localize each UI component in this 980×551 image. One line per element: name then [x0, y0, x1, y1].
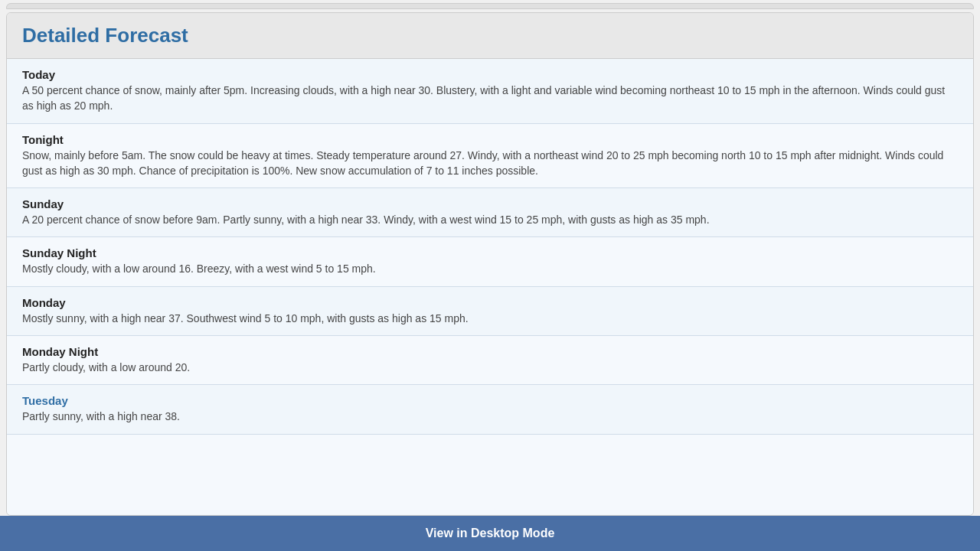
forecast-item: TuesdayPartly sunny, with a high near 38… [7, 385, 973, 434]
forecast-item: TonightSnow, mainly before 5am. The snow… [7, 124, 973, 189]
forecast-description: Snow, mainly before 5am. The snow could … [22, 148, 958, 179]
forecast-description: A 50 percent chance of snow, mainly afte… [22, 83, 958, 114]
bottom-bar: View in Desktop Mode [0, 516, 980, 551]
forecast-day-label: Sunday Night [22, 246, 958, 259]
forecast-description: Mostly cloudy, with a low around 16. Bre… [22, 261, 958, 276]
forecast-description: A 20 percent chance of snow before 9am. … [22, 212, 958, 227]
forecast-description: Mostly sunny, with a high near 37. South… [22, 311, 958, 326]
desktop-mode-button[interactable]: View in Desktop Mode [410, 520, 570, 546]
forecast-day-label: Tuesday [22, 394, 958, 407]
forecast-title: Detailed Forecast [22, 24, 188, 47]
forecast-item: TodayA 50 percent chance of snow, mainly… [7, 59, 973, 124]
forecast-day-label: Sunday [22, 197, 958, 210]
forecast-item: SundayA 20 percent chance of snow before… [7, 188, 973, 237]
top-divider [6, 3, 974, 9]
forecast-day-label: Monday [22, 296, 958, 309]
forecast-day-label: Today [22, 68, 958, 81]
forecast-header: Detailed Forecast [7, 13, 973, 59]
forecast-item: Monday NightPartly cloudy, with a low ar… [7, 336, 973, 385]
forecast-container: Detailed Forecast TodayA 50 percent chan… [6, 12, 974, 516]
forecast-day-label: Tonight [22, 133, 958, 146]
forecast-description: Partly cloudy, with a low around 20. [22, 360, 958, 375]
forecast-item: Sunday NightMostly cloudy, with a low ar… [7, 237, 973, 286]
forecast-list: TodayA 50 percent chance of snow, mainly… [7, 59, 973, 515]
forecast-description: Partly sunny, with a high near 38. [22, 409, 958, 424]
forecast-day-label: Monday Night [22, 345, 958, 358]
forecast-item: MondayMostly sunny, with a high near 37.… [7, 287, 973, 336]
